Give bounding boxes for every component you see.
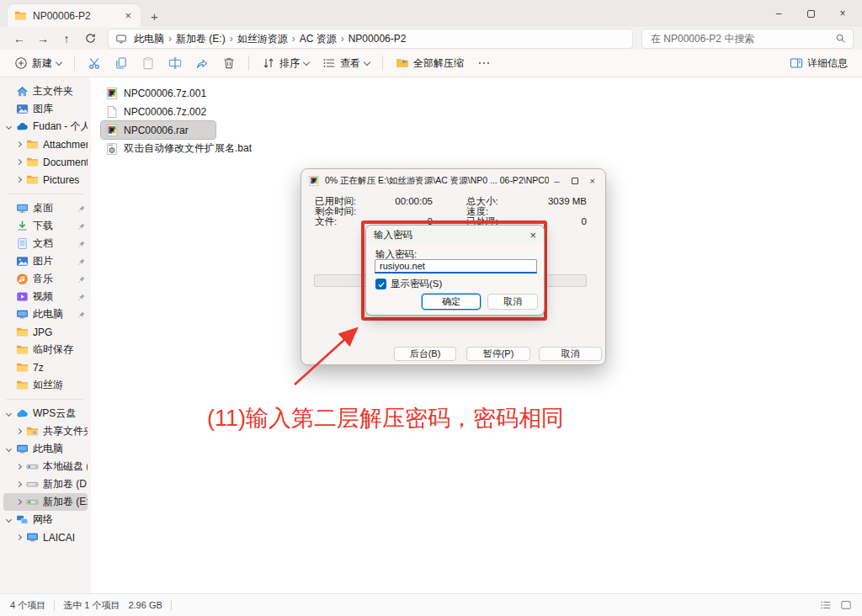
large-icons-view-toggle-icon[interactable]	[840, 599, 852, 611]
breadcrumb-item[interactable]: NP00006-P2	[345, 32, 410, 45]
sidebar-item[interactable]: 临时保存	[3, 341, 88, 358]
sidebar-item-label: 共享文件夹	[43, 424, 88, 438]
file-row[interactable]: NPC00006.rar	[101, 121, 216, 139]
dialog-maximize-button[interactable]	[572, 178, 578, 184]
show-password-checkbox[interactable]	[375, 279, 386, 289]
search-input[interactable]	[649, 32, 835, 45]
extract-all-button[interactable]: 全部解压缩	[390, 53, 470, 74]
sidebar-item[interactable]: 此电脑	[3, 440, 88, 458]
breadcrumb-separator: ›	[340, 33, 345, 45]
download-icon	[16, 220, 29, 232]
share-button[interactable]	[189, 53, 215, 73]
tab-close-icon[interactable]: ×	[122, 9, 134, 22]
chevron-right-icon[interactable]	[16, 499, 22, 505]
sidebar-item[interactable]: Attachments	[3, 135, 88, 153]
password-dialog-close-icon[interactable]: ×	[529, 229, 536, 242]
maximize-button[interactable]	[798, 5, 823, 22]
share-icon	[195, 56, 209, 70]
pause-button[interactable]: 暂停(P)	[466, 347, 530, 361]
sidebar-item-label: JPG	[33, 327, 88, 338]
refresh-button[interactable]	[79, 29, 101, 48]
password-input[interactable]	[375, 259, 537, 273]
sidebar-item[interactable]: 共享文件夹	[3, 422, 88, 440]
rename-icon	[168, 56, 182, 70]
chevron-right-icon[interactable]	[16, 481, 22, 487]
chevron-right-icon[interactable]	[16, 177, 22, 183]
gallery-icon	[16, 255, 29, 268]
sort-button[interactable]: 排序	[256, 53, 315, 74]
sidebar-item[interactable]: 主文件夹	[3, 82, 88, 100]
file-name: NPC00006.7z.001	[124, 88, 206, 99]
forward-button[interactable]: →	[32, 29, 54, 48]
gallery-icon	[16, 103, 29, 115]
cancel-extract-button[interactable]: 取消	[539, 347, 602, 361]
sidebar-item[interactable]: WPS云盘	[3, 405, 88, 422]
sidebar-item[interactable]: 图库	[3, 100, 88, 118]
chevron-down-icon[interactable]	[6, 124, 12, 130]
check-icon	[377, 280, 386, 289]
remaining-time-value	[365, 206, 433, 216]
sidebar-item[interactable]: 7z	[3, 358, 88, 376]
sidebar-item[interactable]: 本地磁盘 (C:)	[3, 458, 88, 475]
dialog-close-button[interactable]: ×	[590, 176, 595, 186]
sidebar-item[interactable]: 此电脑	[3, 305, 88, 323]
delete-button[interactable]	[216, 53, 242, 73]
breadcrumb-item[interactable]: AC 资源	[296, 32, 340, 45]
sidebar-item-label: 主文件夹	[33, 84, 88, 98]
background-button[interactable]: 后台(B)	[394, 347, 456, 361]
sidebar-item[interactable]: 网络	[3, 511, 88, 528]
file-row[interactable]: NPC00006.7z.001	[101, 84, 218, 102]
sidebar-item[interactable]: Fudan - 个人	[3, 118, 88, 135]
sidebar-item[interactable]: 桌面	[3, 199, 88, 217]
total-size-value: 3039 MB	[525, 196, 587, 206]
sidebar-item[interactable]: LAICAI	[3, 528, 88, 546]
chevron-down-icon[interactable]	[6, 411, 12, 417]
chevron-right-icon[interactable]	[16, 141, 22, 147]
breadcrumb-item[interactable]: 新加卷 (E:)	[173, 32, 229, 45]
paste-button[interactable]	[136, 53, 161, 73]
dialog-minimize-button[interactable]: –	[554, 176, 559, 186]
more-options-button[interactable]	[471, 53, 497, 73]
breadcrumb-item[interactable]: 此电脑	[130, 32, 168, 45]
list-view-toggle-icon[interactable]	[820, 599, 832, 611]
rename-button[interactable]	[162, 53, 188, 73]
chevron-right-icon[interactable]	[16, 159, 22, 165]
chevron-right-icon[interactable]	[16, 464, 22, 470]
view-button[interactable]: 查看	[317, 53, 375, 74]
chevron-down-icon[interactable]	[6, 446, 12, 452]
back-button[interactable]: ←	[8, 29, 30, 48]
cut-button[interactable]	[82, 53, 107, 73]
breadcrumb-item[interactable]: 如丝游资源	[234, 32, 291, 45]
explorer-tab[interactable]: NP00006-P2 ×	[8, 4, 141, 27]
search-box[interactable]	[641, 29, 854, 49]
breadcrumb-separator: ›	[229, 33, 234, 45]
chevron-right-icon[interactable]	[16, 534, 22, 540]
file-row[interactable]: NPC00006.7z.002	[101, 103, 218, 120]
file-row[interactable]: 双击自动修改文件扩展名.bat	[101, 140, 263, 157]
ok-button[interactable]: 确定	[422, 294, 481, 310]
sidebar-item[interactable]: 文档	[3, 235, 88, 252]
up-button[interactable]: ↑	[56, 29, 77, 48]
sidebar-item[interactable]: 视频	[3, 288, 88, 305]
chevron-right-icon[interactable]	[16, 428, 22, 434]
sidebar-item[interactable]: 图片	[3, 252, 88, 270]
sidebar-item[interactable]: 如丝游	[3, 376, 88, 394]
new-button[interactable]: 新建	[8, 53, 67, 74]
close-button[interactable]: ×	[830, 5, 855, 22]
minimize-button[interactable]: –	[766, 5, 791, 22]
sidebar-item[interactable]: 下载	[3, 217, 88, 235]
sidebar-item[interactable]: 新加卷 (D:)	[3, 475, 88, 493]
copy-button[interactable]	[109, 53, 134, 73]
cancel-button[interactable]: 取消	[487, 294, 538, 310]
new-tab-button[interactable]: +	[141, 9, 168, 27]
sidebar-item-label: Pictures	[43, 174, 88, 186]
sidebar-item[interactable]: Documents	[3, 153, 88, 171]
address-bar[interactable]: 此电脑›新加卷 (E:)›如丝游资源›AC 资源›NP00006-P2	[108, 29, 633, 49]
chevron-down-icon[interactable]	[6, 517, 12, 523]
sidebar-item[interactable]: Pictures	[3, 171, 88, 189]
view-button-label: 查看	[340, 56, 360, 71]
sidebar-item[interactable]: 新加卷 (E:)	[3, 493, 88, 511]
sidebar-item[interactable]: JPG	[3, 323, 88, 341]
details-pane-button[interactable]: 详细信息	[784, 53, 854, 74]
sidebar-item[interactable]: 音乐	[3, 270, 88, 288]
